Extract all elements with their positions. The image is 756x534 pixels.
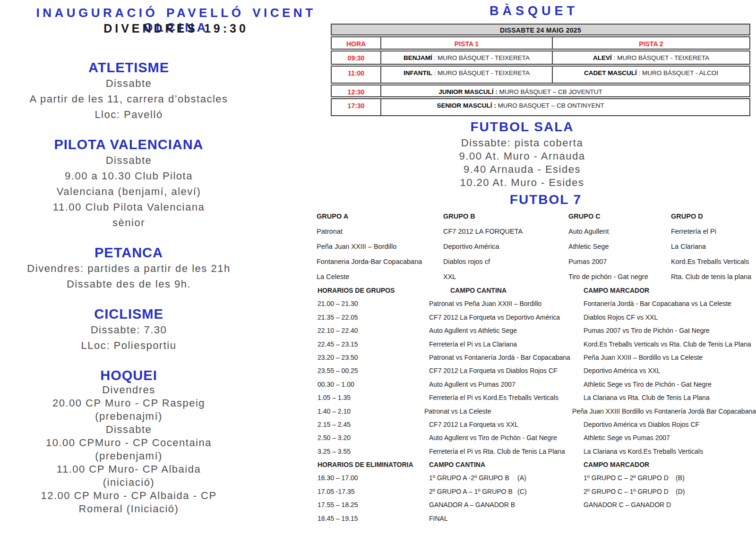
group-name: GRUPO B xyxy=(443,212,568,228)
pista1-column-header: PISTA 1 xyxy=(381,37,553,49)
cantina-match: Ferretería el Pi vs Rta. Club de Tenis L… xyxy=(429,448,584,461)
section-line: 20.00 CP Muro - CP Raspeig xyxy=(0,397,258,410)
match-category: ALEVÍ xyxy=(593,54,612,61)
section-line: Dissabte xyxy=(0,423,258,436)
section-line: Romeral (Iniciació) xyxy=(0,502,258,516)
marcador-match: Athletic Sege vs Tiro de Pichón - Gat Ne… xyxy=(584,381,756,394)
marcador-match: La Clariana vs Kord.Es Treballs Vertical… xyxy=(584,448,756,461)
time-slot: 16.30 – 17.00 xyxy=(318,474,429,487)
time-slot: 23.20 – 23.50 xyxy=(318,354,429,367)
campo-cantina-header: CAMPO CANTINA xyxy=(429,287,584,300)
team-name: Diablos rojos cf xyxy=(443,258,568,273)
marcador-match: Kord.Es Treballs Verticals vs Rta. Club … xyxy=(584,340,756,354)
marcador-match: 1º GRUPO C – 2º GRUPO D(B) xyxy=(584,474,756,487)
bracket-tag: (A) xyxy=(517,474,526,482)
group-column: GRUPO DFerretería el PiLa ClarianaKord.E… xyxy=(671,212,755,288)
section-line: LLoc: Poliesportiu xyxy=(0,338,258,353)
cantina-match: 1º GRUPO A -2º GRUPO B(A) xyxy=(429,474,584,487)
hora-cell: 17:30 xyxy=(332,99,381,115)
schedule-row: 1.40 – 2.10Patronat vs La CelestePeña Ju… xyxy=(318,407,756,421)
section-heading: PETANCA xyxy=(0,245,258,261)
match-teams: : MURO BÀSQUET - TEIXERETA xyxy=(432,54,530,61)
cantina-match: Ferretería el Pi vs Kord.Es Treballs Ver… xyxy=(429,394,584,407)
section-line: sènior xyxy=(0,215,258,230)
futbol-sala-heading: FUTBOL SALA xyxy=(392,119,652,135)
marcador-match: Peña Juan XXIII – Bordillo vs La Celeste xyxy=(584,354,756,367)
schedule-row: 23.55 – 00.25CF7 2012 La Forqueta vs Dia… xyxy=(318,367,756,380)
futbol-sala-line: 9.00 At. Muro - Arnauda xyxy=(392,150,652,163)
time-slot: 2.15 – 2.45 xyxy=(318,421,429,434)
team-name: Kord.Es Treballs Verticals xyxy=(671,258,755,273)
campo-marcador-header: CAMPO MARCADOR xyxy=(584,461,756,474)
team-name: La Clariana xyxy=(671,243,755,258)
hora-cell: 12:30 xyxy=(332,85,381,96)
elimination-row: 17.05 -17.352º GRUPO A – 1º GRUPO B(C)2º… xyxy=(318,488,756,501)
cantina-match: Patronat vs La Celeste xyxy=(424,407,572,421)
match-teams: MURO BÁSQUET – CB JOVENTUT xyxy=(498,88,602,95)
page-subtitle: DIVENDRES 19:30 xyxy=(0,22,352,35)
section-line: Divendres: partides a partir de les 21h xyxy=(0,261,258,276)
campo-marcador-header: CAMPO MARCADOR xyxy=(584,287,756,300)
match-category: INFANTIL xyxy=(404,69,432,76)
time-slot: 21.35 – 22.05 xyxy=(318,314,429,327)
time-slot: 1.05 – 1.35 xyxy=(318,394,429,407)
time-slot: 2.50 – 3.20 xyxy=(318,434,429,447)
section-line: Dissabte xyxy=(0,76,258,91)
section-line: Lloc: Pavelló xyxy=(0,107,258,122)
pista1-match-cell: INFANTIL : MURO BÀSQUET - TEIXERETA xyxy=(381,67,553,83)
team-name: Ferretería el Pi xyxy=(671,228,755,243)
time-slot: 1.40 – 2.10 xyxy=(318,407,424,421)
cantina-match: GANADOR A – GANADOR B xyxy=(429,501,584,514)
match-label: GANADOR A – GANADOR B xyxy=(429,501,515,509)
match-label: 2º GRUPO A – 1º GRUPO B xyxy=(429,488,513,495)
time-slot: 22.45 – 23.15 xyxy=(318,340,429,354)
schedule-row: 1.05 – 1.35Ferretería el Pi vs Kord.Es T… xyxy=(318,394,756,407)
team-name: Auto Agullent xyxy=(568,228,671,243)
elimination-row: 16.30 – 17.001º GRUPO A -2º GRUPO B(A)1º… xyxy=(318,474,756,487)
cantina-match: CF7 2012 La Forqueta vs XXL xyxy=(429,421,584,434)
schedule-header-row: HORARIOS DE GRUPOSCAMPO CANTINACAMPO MAR… xyxy=(318,287,756,300)
team-name: La Celeste xyxy=(317,273,443,288)
table-row: 11:00INFANTIL : MURO BÀSQUET - TEIXERETA… xyxy=(331,66,750,84)
marcador-match: Pumas 2007 vs Tiro de Pichón - Gat Negre xyxy=(584,327,756,340)
match-category: CADET MASCULÍ xyxy=(584,69,637,76)
pista2-column-header: PISTA 2 xyxy=(553,37,749,49)
elimination-row: 17.55 – 18.25GANADOR A – GANADOR BGANADO… xyxy=(318,501,756,514)
cantina-match: Patronat vs Fontanería Jordà - Bar Copac… xyxy=(429,354,584,367)
section-heading: PILOTA VALENCIANA xyxy=(0,136,258,153)
team-name: CF7 2012 LA FORQUETA xyxy=(443,228,568,243)
marcador-match xyxy=(584,515,756,528)
basquet-schedule-table: DISSABTE 24 MAIG 2025HORAPISTA 1PISTA 20… xyxy=(331,24,750,117)
section-line: 10.00 CPMuro - CP Cocentaina xyxy=(0,436,258,449)
hora-cell: 09:30 xyxy=(332,51,381,64)
section-ciclisme: CICLISMEDissabte: 7.30LLoc: Poliesportiu xyxy=(0,306,258,353)
futbol7-groups: GRUPO APatronatPeña Juan XXIII – Bordill… xyxy=(317,212,755,288)
marcador-match: Deportivo América vs XXL xyxy=(584,367,756,380)
section-line: A partir de les 11, carrera d’obstacles xyxy=(0,91,258,107)
section-line: (prebenajmí) xyxy=(0,410,258,423)
time-slot: 21.00 – 21.30 xyxy=(318,300,429,313)
time-slot: 17.55 – 18.25 xyxy=(318,501,429,514)
team-name: XXL xyxy=(443,273,568,288)
pista2-match-cell: ALEVÍ : MURO BÀSQUET - TEIXERETA xyxy=(553,51,749,64)
section-heading: HOQUEI xyxy=(0,367,258,383)
section-line: (iniciació) xyxy=(0,476,258,489)
team-name: Patronat xyxy=(317,228,443,243)
match-teams: MURO BASQUET – CB ONTINYENT xyxy=(496,102,604,109)
section-heading: CICLISME xyxy=(0,306,258,322)
match-cell: JUNIOR MASCULÍ : MURO BÁSQUET – CB JOVEN… xyxy=(381,85,749,96)
marcador-match: La Clariana vs Rta. Club de Tenis La Pla… xyxy=(584,394,756,407)
team-name: Tiro de pichón - Gat negre xyxy=(568,273,671,288)
basquet-heading: BÀSQUET xyxy=(416,4,652,18)
match-label: GANADOR C – GANADOR D xyxy=(584,501,671,509)
time-slot: 17.05 -17.35 xyxy=(318,488,429,501)
cantina-match: FINAL xyxy=(429,515,584,528)
table-header-row: HORAPISTA 1PISTA 2 xyxy=(331,36,750,50)
schedule-row: 3.25 – 3.55Ferretería el Pi vs Rta. Club… xyxy=(318,448,756,461)
section-petanca: PETANCADivendres: partides a partir de l… xyxy=(0,245,258,292)
bracket-tag: (B) xyxy=(676,474,685,482)
elimination-row: 18.45 – 19.15FINAL xyxy=(318,515,756,528)
match-teams: : MURO BÀSQUET - TEIXERETA xyxy=(432,69,530,76)
match-category: SENIOR MASCULÍ : xyxy=(437,102,496,109)
schedule-row: 22.45 – 23.15Ferretería el Pi vs La Clar… xyxy=(318,340,756,354)
